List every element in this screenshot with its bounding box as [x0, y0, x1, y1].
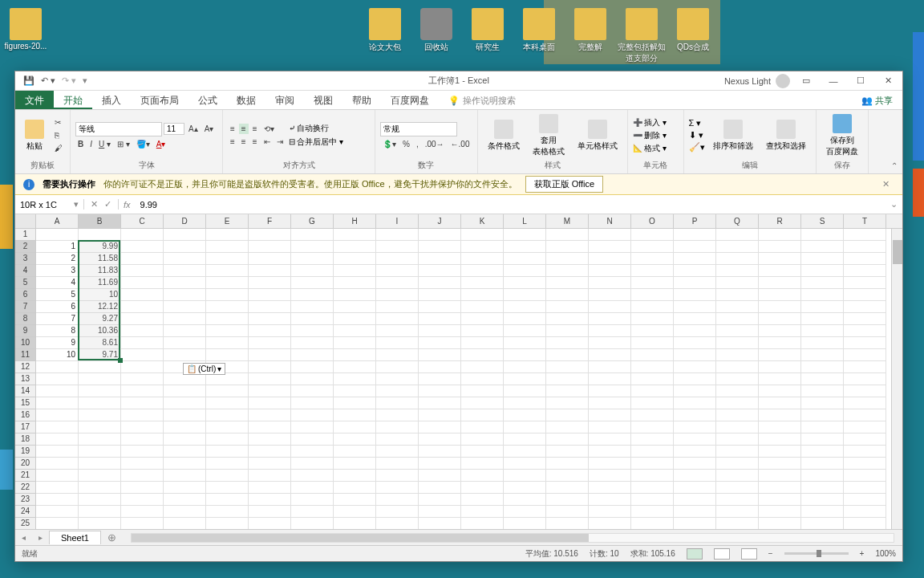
cell-F24[interactable] [249, 506, 291, 518]
cell-N24[interactable] [589, 506, 631, 518]
font-color-icon[interactable]: A▾ [154, 139, 168, 149]
row-head-23[interactable]: 23 [15, 494, 35, 506]
cell-G20[interactable] [291, 458, 334, 470]
cell-T25[interactable] [844, 518, 886, 529]
cell-J12[interactable] [419, 361, 461, 373]
cell-R1[interactable] [759, 229, 801, 241]
row-head-4[interactable]: 4 [15, 265, 35, 277]
cell-L16[interactable] [504, 409, 546, 421]
cell-T2[interactable] [844, 241, 886, 253]
cell-I4[interactable] [376, 265, 419, 277]
cell-F8[interactable] [249, 313, 291, 325]
cell-F16[interactable] [249, 409, 291, 421]
cell-S3[interactable] [801, 253, 844, 265]
cell-N21[interactable] [589, 470, 631, 482]
cell-F1[interactable] [249, 229, 291, 241]
cell-P16[interactable] [674, 409, 716, 421]
row-head-2[interactable]: 2 [15, 241, 35, 253]
cell-G1[interactable] [291, 229, 334, 241]
cell-H5[interactable] [334, 277, 376, 289]
cell-I25[interactable] [376, 518, 419, 529]
cell-C8[interactable] [121, 313, 164, 325]
name-box[interactable]: 10R x 1C ▾ [15, 199, 84, 210]
cell-H9[interactable] [334, 325, 376, 337]
cell-E13[interactable] [206, 373, 249, 385]
cell-I3[interactable] [376, 253, 419, 265]
cell-B10[interactable]: 8.61 [79, 337, 121, 349]
cell-A2[interactable]: 1 [36, 241, 79, 253]
cell-N19[interactable] [589, 446, 631, 458]
cell-D19[interactable] [164, 446, 206, 458]
cell-M3[interactable] [546, 253, 589, 265]
cell-H8[interactable] [334, 313, 376, 325]
cell-Q4[interactable] [716, 265, 759, 277]
cell-F17[interactable] [249, 421, 291, 434]
underline-button[interactable]: U ▾ [96, 139, 113, 149]
cell-I10[interactable] [376, 337, 419, 349]
cell-H14[interactable] [334, 385, 376, 397]
cell-B1[interactable] [79, 229, 121, 241]
cell-C3[interactable] [121, 253, 164, 265]
decrease-decimal-icon[interactable]: ←.00 [448, 139, 472, 149]
cell-N20[interactable] [589, 458, 631, 470]
save-icon[interactable]: 💾 [23, 75, 34, 86]
cell-K25[interactable] [461, 518, 504, 529]
cell-C12[interactable] [121, 361, 164, 373]
autosum-icon[interactable]: Σ ▾ [689, 118, 705, 128]
cell-P3[interactable] [674, 253, 716, 265]
cell-P20[interactable] [674, 458, 716, 470]
cell-Q11[interactable] [716, 349, 759, 361]
cell-T17[interactable] [844, 421, 886, 434]
cell-B19[interactable] [79, 446, 121, 458]
cell-E18[interactable] [206, 434, 249, 446]
cell-R16[interactable] [759, 409, 801, 421]
cell-B7[interactable]: 12.12 [79, 301, 121, 313]
cell-O20[interactable] [631, 458, 674, 470]
cell-L1[interactable] [504, 229, 546, 241]
cells-container[interactable]: 19.99211.58311.83411.69510612.1279.27810… [36, 229, 902, 529]
cell-I9[interactable] [376, 325, 419, 337]
row-head-6[interactable]: 6 [15, 289, 35, 301]
cell-P17[interactable] [674, 421, 716, 434]
cell-S19[interactable] [801, 446, 844, 458]
cell-J6[interactable] [419, 289, 461, 301]
cell-F10[interactable] [249, 337, 291, 349]
cell-G8[interactable] [291, 313, 334, 325]
cell-R4[interactable] [759, 265, 801, 277]
cell-E1[interactable] [206, 229, 249, 241]
cell-H4[interactable] [334, 265, 376, 277]
cell-A22[interactable] [36, 482, 79, 494]
col-head-S[interactable]: S [801, 214, 844, 228]
cell-J25[interactable] [419, 518, 461, 529]
cell-L20[interactable] [504, 458, 546, 470]
sort-filter-button[interactable]: 排序和筛选 [708, 118, 758, 153]
zoom-out-icon[interactable]: − [768, 549, 773, 558]
col-head-G[interactable]: G [291, 214, 334, 228]
cell-I5[interactable] [376, 277, 419, 289]
cell-D4[interactable] [164, 265, 206, 277]
cell-L5[interactable] [504, 277, 546, 289]
cell-S16[interactable] [801, 409, 844, 421]
cell-K17[interactable] [461, 421, 504, 434]
cell-K1[interactable] [461, 229, 504, 241]
cell-C15[interactable] [121, 397, 164, 409]
cell-I22[interactable] [376, 482, 419, 494]
dismiss-message-icon[interactable]: ✕ [877, 179, 894, 189]
cell-S20[interactable] [801, 458, 844, 470]
cell-K24[interactable] [461, 506, 504, 518]
cell-E11[interactable] [206, 349, 249, 361]
cell-H1[interactable] [334, 229, 376, 241]
cell-G2[interactable] [291, 241, 334, 253]
cell-I14[interactable] [376, 385, 419, 397]
enter-formula-icon[interactable]: ✓ [104, 199, 111, 210]
col-head-K[interactable]: K [461, 214, 504, 228]
cell-N2[interactable] [589, 241, 631, 253]
get-genuine-button[interactable]: 获取正版 Office [525, 176, 604, 193]
cell-Q19[interactable] [716, 446, 759, 458]
cell-B17[interactable] [79, 421, 121, 434]
cell-R6[interactable] [759, 289, 801, 301]
cell-D14[interactable] [164, 385, 206, 397]
cell-C19[interactable] [121, 446, 164, 458]
cell-P24[interactable] [674, 506, 716, 518]
cell-A16[interactable] [36, 409, 79, 421]
